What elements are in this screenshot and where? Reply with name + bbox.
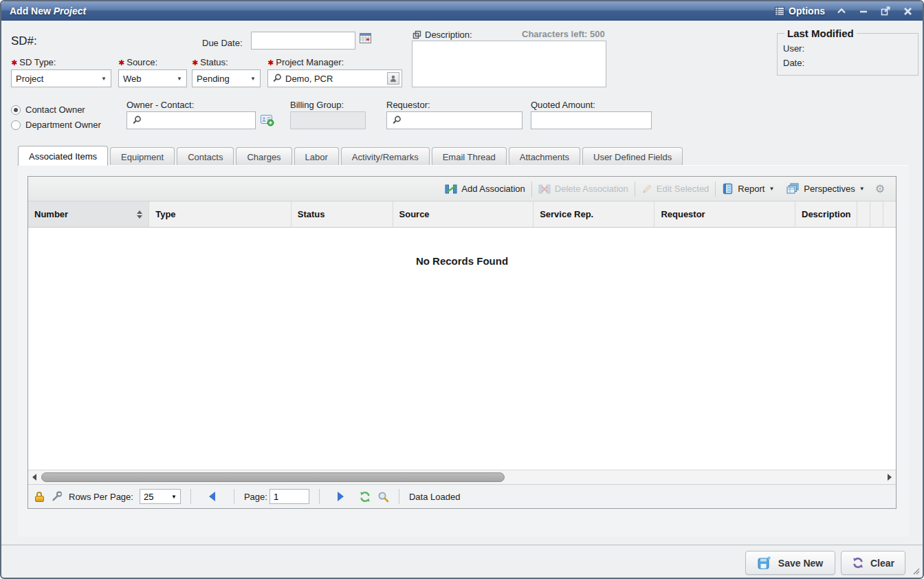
owner-contact-input[interactable]	[126, 111, 256, 129]
tab-charges[interactable]: Charges	[236, 147, 292, 166]
tab-contacts[interactable]: Contacts	[177, 147, 234, 166]
calendar-icon	[360, 32, 372, 44]
tab-associated-items[interactable]: Associated Items	[18, 146, 108, 166]
person-icon	[390, 75, 397, 83]
contact-owner-label: Contact Owner	[25, 105, 85, 115]
horizontal-scrollbar[interactable]	[28, 470, 896, 484]
status-value: Pending	[197, 74, 230, 84]
next-page-button[interactable]	[338, 492, 344, 501]
scroll-left-button[interactable]	[28, 470, 41, 484]
search-icon	[272, 74, 282, 83]
rows-per-page-label: Rows Per Page:	[69, 492, 133, 502]
project-manager-picker-button[interactable]	[387, 72, 399, 85]
perspectives-menu-button[interactable]: Perspectives ▼	[780, 181, 870, 197]
column-header-source[interactable]: Source	[393, 201, 534, 227]
add-association-button[interactable]: Add Association	[439, 181, 531, 197]
delete-association-button[interactable]: Delete Association	[532, 181, 635, 197]
chevron-down-icon: ▼	[97, 76, 107, 82]
empty-message: No Records Found	[28, 255, 896, 267]
clear-button[interactable]: Clear	[841, 551, 905, 575]
clear-label: Clear	[870, 558, 894, 569]
pager-divider	[190, 489, 191, 504]
scroll-right-button[interactable]	[883, 470, 896, 484]
options-label: Options	[789, 6, 825, 17]
quoted-amount-label: Quoted Amount:	[531, 100, 595, 110]
add-association-label: Add Association	[461, 184, 525, 194]
sort-icon[interactable]	[137, 210, 142, 219]
previous-page-button[interactable]	[209, 492, 215, 501]
status-select[interactable]: Pending ▼	[192, 69, 261, 87]
department-owner-radio[interactable]: Department Owner	[11, 120, 101, 130]
resize-grip[interactable]	[912, 567, 920, 575]
tab-user-defined-fields[interactable]: User Defined Fields	[582, 147, 683, 166]
collapse-button[interactable]	[836, 6, 847, 17]
chevron-down-icon: ▼	[173, 76, 182, 82]
grid-toolbar: Add Association Delete Association Edit …	[28, 177, 896, 201]
report-label: Report	[738, 184, 764, 194]
tab-email-thread[interactable]: Email Thread	[432, 147, 507, 166]
titlebar: Add New Project Options	[1, 1, 923, 21]
grid-header-row: Number Type Status Source Service Rep. R…	[28, 201, 896, 228]
popout-button[interactable]	[880, 6, 891, 17]
column-header-service-rep[interactable]: Service Rep.	[534, 201, 654, 227]
add-new-project-dialog: Add New Project Options SD#: Due Date: D…	[0, 0, 924, 579]
refresh-icon[interactable]	[359, 491, 371, 503]
lock-icon[interactable]	[35, 492, 44, 502]
requestor-input[interactable]	[386, 111, 522, 129]
required-icon: ✱	[11, 58, 17, 67]
clear-refresh-icon	[852, 557, 864, 569]
source-select[interactable]: Web ▼	[118, 69, 187, 87]
requestor-label: Requestor:	[386, 100, 430, 110]
save-new-button[interactable]: Save New	[745, 551, 835, 575]
last-modified-date-label: Date:	[783, 58, 804, 68]
column-header-type[interactable]: Type	[149, 201, 292, 227]
contact-owner-radio[interactable]: Contact Owner	[11, 105, 85, 115]
page-number-input[interactable]	[270, 489, 309, 504]
source-label: ✱Source:	[118, 57, 157, 67]
column-header-spacer	[857, 201, 870, 227]
column-header-description[interactable]: Description	[795, 201, 857, 227]
required-icon: ✱	[267, 58, 274, 67]
project-manager-value: Demo, PCR	[285, 74, 333, 84]
column-header-requestor[interactable]: Requestor	[654, 201, 795, 227]
add-contact-button[interactable]	[261, 114, 274, 129]
tab-labor[interactable]: Labor	[294, 147, 339, 166]
report-icon	[722, 183, 734, 195]
column-header-spacer	[870, 201, 883, 227]
characters-left-counter: Characters left: 500	[522, 29, 605, 39]
tab-activity-remarks[interactable]: Activity/Remarks	[341, 147, 430, 166]
rows-per-page-value: 25	[144, 492, 153, 502]
project-manager-field[interactable]: Demo, PCR	[267, 69, 402, 87]
close-button[interactable]	[902, 6, 913, 17]
chevron-down-icon: ▼	[171, 494, 177, 500]
column-header-number[interactable]: Number	[28, 201, 149, 227]
scroll-right-icon	[888, 474, 892, 481]
owner-contact-label: Owner - Contact:	[126, 100, 194, 110]
wrench-icon[interactable]	[52, 491, 63, 502]
source-value: Web	[123, 74, 142, 84]
quick-search-icon[interactable]	[377, 491, 389, 503]
perspectives-icon	[786, 183, 800, 195]
chevron-down-icon: ▼	[769, 186, 774, 192]
due-date-label: Due Date:	[202, 38, 243, 48]
column-header-status[interactable]: Status	[292, 201, 393, 227]
description-popout-icon[interactable]	[412, 30, 421, 39]
gear-icon[interactable]: ⚙	[871, 182, 892, 195]
report-menu-button[interactable]: Report ▼	[716, 181, 780, 197]
options-menu-button[interactable]: Options	[775, 6, 825, 17]
tab-equipment[interactable]: Equipment	[110, 147, 175, 166]
billing-group-input	[290, 111, 366, 129]
calendar-picker-button[interactable]	[360, 32, 372, 47]
rows-per-page-select[interactable]: 25 ▼	[140, 489, 181, 504]
description-textarea[interactable]	[412, 41, 606, 87]
quoted-amount-input[interactable]	[531, 111, 652, 129]
scrollbar-track[interactable]	[41, 470, 883, 484]
scrollbar-thumb[interactable]	[41, 472, 505, 482]
minimize-button[interactable]	[858, 6, 869, 17]
sd-type-select[interactable]: Project ▼	[11, 69, 111, 87]
edit-selected-button[interactable]: Edit Selected	[635, 181, 716, 197]
close-icon	[903, 7, 912, 16]
due-date-input[interactable]	[251, 32, 355, 50]
tab-attachments[interactable]: Attachments	[509, 147, 580, 166]
status-label: ✱Status:	[192, 57, 228, 67]
